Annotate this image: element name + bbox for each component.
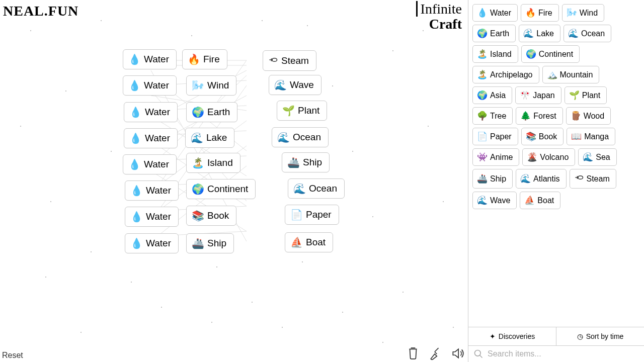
forest-icon: 🌲 [520, 111, 531, 121]
canvas-item-water[interactable]: 💧Water [124, 102, 178, 122]
inventory-item-sea[interactable]: 🌊Sea [578, 148, 616, 166]
fire-icon: 🔥 [525, 8, 536, 18]
mountain-icon: 🏔️ [547, 69, 557, 80]
canvas-item-boat[interactable]: ⛵Boat [285, 232, 333, 252]
inventory-label: Anime [490, 153, 513, 162]
item-label: Ship [303, 157, 322, 168]
inventory-label: Paper [490, 132, 512, 141]
inventory-item-island[interactable]: 🏝️Island [472, 45, 518, 63]
item-label: Earth [207, 107, 230, 118]
inventory-item-water[interactable]: 💧Water [472, 4, 518, 22]
canvas-item-island[interactable]: 🏝️Island [186, 153, 240, 173]
continent-icon: 🌍 [192, 184, 204, 194]
clock-icon: ◷ [577, 332, 583, 340]
inventory-item-lake[interactable]: 🌊Lake [519, 25, 560, 42]
crafting-canvas[interactable]: NEAL.FUN Infinite Craft 💧Water🔥FireSteam… [0, 0, 468, 362]
item-label: Ship [207, 238, 226, 249]
canvas-item-wave[interactable]: 🌊Wave [269, 75, 321, 95]
inventory-item-anime[interactable]: 👾Anime [472, 148, 519, 166]
item-label: Fire [203, 54, 220, 65]
canvas-item-ship[interactable]: 🚢Ship [282, 152, 330, 172]
inventory-item-forest[interactable]: 🌲Forest [516, 107, 562, 125]
canvas-item-water[interactable]: 💧Water [125, 207, 179, 227]
water-icon: 💧 [128, 159, 141, 169]
canvas-item-ocean[interactable]: 🌊Ocean [272, 127, 329, 147]
water-icon: 💧 [130, 238, 143, 248]
search-input[interactable] [488, 349, 639, 358]
inventory-label: Ocean [581, 29, 605, 38]
inventory-list[interactable]: 💧Water🔥Fire🌬️Wind🌍Earth🌊Lake🌊Ocean🏝️Isla… [468, 0, 644, 327]
inventory-item-wave[interactable]: 🌊Wave [472, 192, 517, 209]
inventory-item-ocean[interactable]: 🌊Ocean [564, 25, 611, 42]
inventory-item-japan[interactable]: 🎌Japan [515, 86, 561, 104]
item-label: Water [144, 159, 169, 170]
inventory-item-atlantis[interactable]: 🌊Atlantis [516, 169, 566, 189]
ocean-icon: 🌊 [277, 132, 290, 142]
inventory-label: Sea [596, 153, 610, 162]
inventory-label: Japan [533, 91, 555, 100]
inventory-item-volcano[interactable]: 🌋Volcano [522, 148, 575, 166]
inventory-item-manga[interactable]: 📖Manga [567, 128, 615, 145]
steam-icon [268, 55, 278, 66]
canvas-item-continent[interactable]: 🌍Continent [186, 179, 256, 199]
canvas-item-water[interactable]: 💧Water [123, 75, 177, 96]
ocean-icon: 🌊 [293, 184, 306, 194]
canvas-item-water[interactable]: 💧Water [123, 154, 177, 174]
game-title: Infinite Craft [416, 2, 462, 31]
item-label: Island [207, 157, 233, 168]
site-logo: NEAL.FUN [3, 3, 78, 19]
inventory-item-wood[interactable]: 🪵Wood [566, 107, 611, 125]
discoveries-button[interactable]: ✦ Discoveries [468, 327, 556, 345]
canvas-item-water[interactable]: 💧Water [123, 49, 177, 69]
inventory-item-steam[interactable]: Steam [570, 169, 616, 189]
canvas-item-ocean[interactable]: 🌊Ocean [288, 178, 345, 199]
broom-icon[interactable] [429, 347, 442, 360]
inventory-label: Fire [538, 9, 552, 18]
inventory-item-paper[interactable]: 📄Paper [472, 128, 518, 145]
inventory-label: Ship [490, 174, 506, 184]
inventory-item-earth[interactable]: 🌍Earth [472, 25, 516, 42]
canvas-item-wind[interactable]: 🌬️Wind [186, 75, 236, 96]
volcano-icon: 🌋 [527, 152, 537, 162]
canvas-item-fire[interactable]: 🔥Fire [182, 49, 227, 69]
search-bar [468, 345, 644, 362]
wind-icon: 🌬️ [567, 8, 577, 18]
svg-point-2 [475, 350, 481, 356]
inventory-item-plant[interactable]: 🌱Plant [565, 86, 607, 104]
inventory-item-ship[interactable]: 🚢Ship [472, 169, 513, 189]
ocean-icon: 🌊 [568, 28, 579, 39]
sort-button[interactable]: ◷ Sort by time [556, 327, 644, 345]
canvas-item-water[interactable]: 💧Water [125, 233, 179, 253]
canvas-item-ship[interactable]: 🚢Ship [186, 233, 234, 253]
canvas-item-water[interactable]: 💧Water [125, 180, 179, 201]
inventory-item-continent[interactable]: 🌍Continent [521, 45, 580, 63]
inventory-item-book[interactable]: 📚Book [521, 128, 564, 145]
ship-icon: 🚢 [477, 173, 488, 184]
inventory-item-archipelago[interactable]: 🏝️Archipelago [472, 66, 539, 83]
canvas-item-paper[interactable]: 📄Paper [285, 205, 339, 225]
water-icon: 💧 [477, 8, 488, 18]
inventory-item-asia[interactable]: 🌍Asia [472, 86, 512, 104]
canvas-item-earth[interactable]: 🌍Earth [186, 102, 237, 122]
item-label: Ocean [293, 132, 321, 143]
inventory-item-wind[interactable]: 🌬️Wind [562, 4, 604, 22]
inventory-item-tree[interactable]: 🌳Tree [472, 107, 513, 125]
canvas-item-lake[interactable]: 🌊Lake [185, 128, 234, 148]
sound-icon[interactable] [451, 347, 464, 360]
inventory-label: Asia [490, 91, 506, 100]
cup-icon[interactable] [407, 347, 420, 360]
inventory-label: Book [539, 132, 557, 141]
inventory-item-mountain[interactable]: 🏔️Mountain [542, 66, 600, 83]
reset-button[interactable]: Reset [2, 351, 23, 360]
canvas-item-plant[interactable]: 🌱Plant [277, 101, 327, 121]
ship-icon: 🚢 [192, 238, 204, 248]
inventory-item-fire[interactable]: 🔥Fire [521, 4, 559, 22]
water-icon: 💧 [129, 133, 142, 143]
canvas-item-book[interactable]: 📚Book [186, 206, 236, 226]
canvas-item-water[interactable]: 💧Water [124, 128, 178, 148]
inventory-item-boat[interactable]: ⛵Boat [520, 192, 560, 209]
item-label: Water [144, 80, 169, 91]
inventory-label: Wind [580, 9, 598, 18]
canvas-item-steam[interactable]: Steam [263, 50, 316, 71]
asia-icon: 🌍 [477, 90, 488, 101]
